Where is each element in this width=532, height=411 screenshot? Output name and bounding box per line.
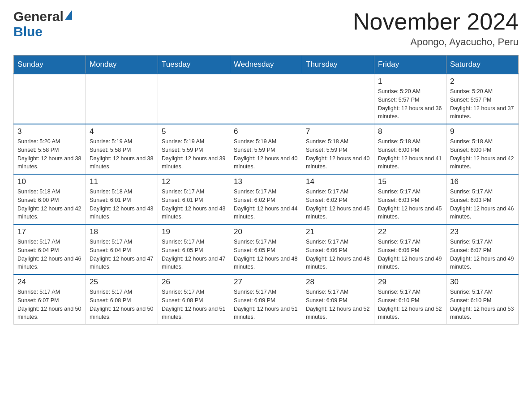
- day-detail: Sunrise: 5:18 AMSunset: 5:59 PMDaylight:…: [306, 137, 370, 171]
- table-row: 8Sunrise: 5:18 AMSunset: 6:00 PMDaylight…: [374, 124, 446, 174]
- table-row: [230, 74, 302, 124]
- col-sunday: Sunday: [14, 56, 86, 74]
- calendar-week-row: 3Sunrise: 5:20 AMSunset: 5:58 PMDaylight…: [14, 124, 519, 174]
- day-number: 5: [162, 127, 226, 136]
- table-row: 11Sunrise: 5:18 AMSunset: 6:01 PMDayligh…: [86, 174, 158, 224]
- calendar-week-row: 10Sunrise: 5:18 AMSunset: 6:00 PMDayligh…: [14, 174, 519, 224]
- day-number: 16: [450, 177, 515, 186]
- day-detail: Sunrise: 5:17 AMSunset: 6:07 PMDaylight:…: [17, 288, 82, 321]
- day-number: 2: [450, 77, 515, 86]
- table-row: [158, 74, 230, 124]
- day-number: 1: [378, 77, 442, 86]
- day-detail: Sunrise: 5:17 AMSunset: 6:06 PMDaylight:…: [306, 238, 370, 271]
- table-row: 1Sunrise: 5:20 AMSunset: 5:57 PMDaylight…: [374, 74, 446, 124]
- table-row: 28Sunrise: 5:17 AMSunset: 6:09 PMDayligh…: [302, 274, 374, 325]
- day-number: 6: [234, 127, 298, 136]
- day-detail: Sunrise: 5:19 AMSunset: 5:59 PMDaylight:…: [162, 137, 226, 171]
- day-detail: Sunrise: 5:17 AMSunset: 6:02 PMDaylight:…: [234, 188, 298, 221]
- day-number: 17: [17, 227, 82, 236]
- day-detail: Sunrise: 5:17 AMSunset: 6:04 PMDaylight:…: [17, 238, 82, 271]
- day-number: 13: [234, 177, 298, 186]
- table-row: 15Sunrise: 5:17 AMSunset: 6:03 PMDayligh…: [374, 174, 446, 224]
- day-number: 30: [450, 278, 515, 287]
- calendar-title: November 2024 Apongo, Ayacucho, Peru: [353, 9, 519, 48]
- day-detail: Sunrise: 5:17 AMSunset: 6:06 PMDaylight:…: [378, 238, 442, 271]
- day-number: 28: [306, 278, 370, 287]
- table-row: 22Sunrise: 5:17 AMSunset: 6:06 PMDayligh…: [374, 224, 446, 274]
- table-row: 3Sunrise: 5:20 AMSunset: 5:58 PMDaylight…: [14, 124, 86, 174]
- day-detail: Sunrise: 5:20 AMSunset: 5:58 PMDaylight:…: [17, 137, 82, 171]
- day-detail: Sunrise: 5:17 AMSunset: 6:08 PMDaylight:…: [90, 288, 154, 321]
- table-row: [14, 74, 86, 124]
- day-number: 27: [234, 278, 298, 287]
- day-detail: Sunrise: 5:17 AMSunset: 6:03 PMDaylight:…: [450, 188, 515, 221]
- day-detail: Sunrise: 5:17 AMSunset: 6:10 PMDaylight:…: [378, 288, 442, 321]
- day-number: 29: [378, 278, 442, 287]
- day-number: 25: [90, 278, 154, 287]
- day-detail: Sunrise: 5:18 AMSunset: 6:00 PMDaylight:…: [450, 137, 515, 171]
- col-thursday: Thursday: [302, 56, 374, 74]
- day-detail: Sunrise: 5:20 AMSunset: 5:57 PMDaylight:…: [450, 87, 515, 121]
- table-row: 24Sunrise: 5:17 AMSunset: 6:07 PMDayligh…: [14, 274, 86, 325]
- table-row: 26Sunrise: 5:17 AMSunset: 6:08 PMDayligh…: [158, 274, 230, 325]
- table-row: 13Sunrise: 5:17 AMSunset: 6:02 PMDayligh…: [230, 174, 302, 224]
- table-row: 4Sunrise: 5:19 AMSunset: 5:58 PMDaylight…: [86, 124, 158, 174]
- calendar-week-row: 24Sunrise: 5:17 AMSunset: 6:07 PMDayligh…: [14, 274, 519, 325]
- day-number: 8: [378, 127, 442, 136]
- col-saturday: Saturday: [446, 56, 519, 74]
- table-row: 20Sunrise: 5:17 AMSunset: 6:05 PMDayligh…: [230, 224, 302, 274]
- logo-triangle-icon: [65, 10, 72, 20]
- day-number: 20: [234, 227, 298, 236]
- col-monday: Monday: [86, 56, 158, 74]
- table-row: 19Sunrise: 5:17 AMSunset: 6:05 PMDayligh…: [158, 224, 230, 274]
- col-tuesday: Tuesday: [158, 56, 230, 74]
- table-row: 14Sunrise: 5:17 AMSunset: 6:02 PMDayligh…: [302, 174, 374, 224]
- table-row: 23Sunrise: 5:17 AMSunset: 6:07 PMDayligh…: [446, 224, 519, 274]
- table-row: 2Sunrise: 5:20 AMSunset: 5:57 PMDaylight…: [446, 74, 519, 124]
- day-detail: Sunrise: 5:17 AMSunset: 6:07 PMDaylight:…: [450, 238, 515, 271]
- day-number: 3: [17, 127, 82, 136]
- day-number: 22: [378, 227, 442, 236]
- table-row: 21Sunrise: 5:17 AMSunset: 6:06 PMDayligh…: [302, 224, 374, 274]
- table-row: 30Sunrise: 5:17 AMSunset: 6:10 PMDayligh…: [446, 274, 519, 325]
- location-label: Apongo, Ayacucho, Peru: [353, 36, 519, 48]
- day-detail: Sunrise: 5:17 AMSunset: 6:01 PMDaylight:…: [162, 188, 226, 221]
- table-row: 25Sunrise: 5:17 AMSunset: 6:08 PMDayligh…: [86, 274, 158, 325]
- table-row: 10Sunrise: 5:18 AMSunset: 6:00 PMDayligh…: [14, 174, 86, 224]
- month-year-label: November 2024: [353, 9, 519, 34]
- day-number: 21: [306, 227, 370, 236]
- table-row: 27Sunrise: 5:17 AMSunset: 6:09 PMDayligh…: [230, 274, 302, 325]
- table-row: [302, 74, 374, 124]
- logo: General Blue: [13, 9, 72, 39]
- day-detail: Sunrise: 5:17 AMSunset: 6:09 PMDaylight:…: [306, 288, 370, 321]
- table-row: [86, 74, 158, 124]
- day-number: 24: [17, 278, 82, 287]
- table-row: 7Sunrise: 5:18 AMSunset: 5:59 PMDaylight…: [302, 124, 374, 174]
- calendar-week-row: 17Sunrise: 5:17 AMSunset: 6:04 PMDayligh…: [14, 224, 519, 274]
- day-detail: Sunrise: 5:17 AMSunset: 6:09 PMDaylight:…: [234, 288, 298, 321]
- day-detail: Sunrise: 5:17 AMSunset: 6:10 PMDaylight:…: [450, 288, 515, 321]
- calendar-header-row: Sunday Monday Tuesday Wednesday Thursday…: [14, 56, 519, 74]
- day-detail: Sunrise: 5:17 AMSunset: 6:03 PMDaylight:…: [378, 188, 442, 221]
- table-row: 17Sunrise: 5:17 AMSunset: 6:04 PMDayligh…: [14, 224, 86, 274]
- day-detail: Sunrise: 5:17 AMSunset: 6:05 PMDaylight:…: [162, 238, 226, 271]
- calendar-table: Sunday Monday Tuesday Wednesday Thursday…: [13, 55, 519, 325]
- table-row: 18Sunrise: 5:17 AMSunset: 6:04 PMDayligh…: [86, 224, 158, 274]
- day-number: 23: [450, 227, 515, 236]
- day-number: 7: [306, 127, 370, 136]
- day-number: 9: [450, 127, 515, 136]
- day-detail: Sunrise: 5:19 AMSunset: 5:59 PMDaylight:…: [234, 137, 298, 171]
- calendar-week-row: 1Sunrise: 5:20 AMSunset: 5:57 PMDaylight…: [14, 74, 519, 124]
- day-number: 10: [17, 177, 82, 186]
- page-header: General Blue November 2024 Apongo, Ayacu…: [13, 9, 519, 48]
- col-friday: Friday: [374, 56, 446, 74]
- day-detail: Sunrise: 5:19 AMSunset: 5:58 PMDaylight:…: [90, 137, 154, 171]
- col-wednesday: Wednesday: [230, 56, 302, 74]
- day-number: 14: [306, 177, 370, 186]
- table-row: 12Sunrise: 5:17 AMSunset: 6:01 PMDayligh…: [158, 174, 230, 224]
- logo-general-text: General: [13, 9, 64, 24]
- day-detail: Sunrise: 5:18 AMSunset: 6:01 PMDaylight:…: [90, 188, 154, 221]
- day-number: 26: [162, 278, 226, 287]
- logo-blue-text: Blue: [13, 24, 43, 39]
- day-detail: Sunrise: 5:17 AMSunset: 6:02 PMDaylight:…: [306, 188, 370, 221]
